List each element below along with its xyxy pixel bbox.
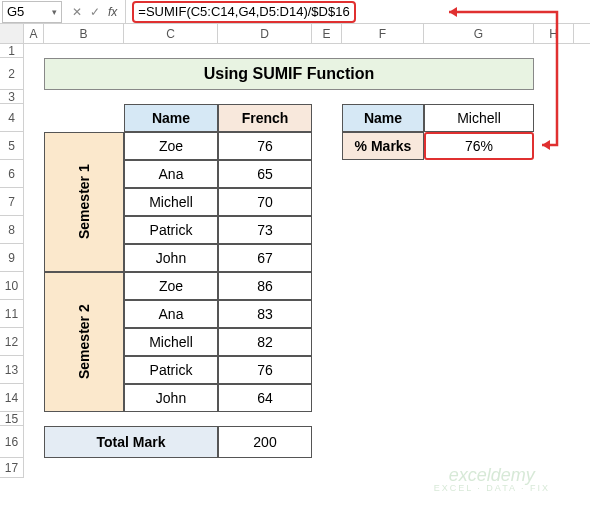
title-cell[interactable]: Using SUMIF Function [44,58,534,90]
cell-D7[interactable]: 70 [218,188,312,216]
column-headers: A B C D E F G H [0,24,590,44]
row-2[interactable]: 2 [0,58,24,90]
row-17[interactable]: 17 [0,458,24,478]
cell-D5[interactable]: 76 [218,132,312,160]
cell-D10[interactable]: 86 [218,272,312,300]
row-5[interactable]: 5 [0,132,24,160]
row-headers: 1 2 3 4 5 6 7 8 9 10 11 12 13 14 15 16 1… [0,44,24,478]
cells: Using SUMIF Function Name French Name Mi… [24,44,590,478]
name-box[interactable]: G5 ▾ [2,1,62,23]
row-12[interactable]: 12 [0,328,24,356]
col-H[interactable]: H [534,24,574,43]
svg-marker-0 [542,140,550,150]
row-14[interactable]: 14 [0,384,24,412]
row-15[interactable]: 15 [0,412,24,426]
cell-C14[interactable]: John [124,384,218,412]
header-marks[interactable]: % Marks [342,132,424,160]
cell-C5[interactable]: Zoe [124,132,218,160]
name-box-dropdown-icon[interactable]: ▾ [52,7,57,17]
cell-C7[interactable]: Michell [124,188,218,216]
enter-icon[interactable]: ✓ [90,5,100,19]
grid: 1 2 3 4 5 6 7 8 9 10 11 12 13 14 15 16 1… [0,44,590,478]
semester-1-label[interactable]: Semester 1 [44,132,124,272]
row-11[interactable]: 11 [0,300,24,328]
total-mark-label[interactable]: Total Mark [44,426,218,458]
semester-2-label[interactable]: Semester 2 [44,272,124,412]
total-mark-value[interactable]: 200 [218,426,312,458]
cell-D8[interactable]: 73 [218,216,312,244]
fx-icon[interactable]: fx [108,5,117,19]
cell-G4[interactable]: Michell [424,104,534,132]
cell-C6[interactable]: Ana [124,160,218,188]
formula-buttons: ✕ ✓ fx [64,0,126,23]
row-4[interactable]: 4 [0,104,24,132]
watermark-sub: EXCEL · DATA · FIX [434,484,550,493]
cancel-icon[interactable]: ✕ [72,5,82,19]
cell-C11[interactable]: Ana [124,300,218,328]
row-3[interactable]: 3 [0,90,24,104]
cell-D11[interactable]: 83 [218,300,312,328]
row-13[interactable]: 13 [0,356,24,384]
col-F[interactable]: F [342,24,424,43]
col-C[interactable]: C [124,24,218,43]
header-french[interactable]: French [218,104,312,132]
watermark-main: exceldemy [449,465,535,485]
row-6[interactable]: 6 [0,160,24,188]
header-name2[interactable]: Name [342,104,424,132]
name-box-value: G5 [7,4,52,19]
formula-input[interactable]: =SUMIF(C5:C14,G4,D5:D14)/$D$16 [126,1,590,23]
col-E[interactable]: E [312,24,342,43]
row-10[interactable]: 10 [0,272,24,300]
header-name[interactable]: Name [124,104,218,132]
row-9[interactable]: 9 [0,244,24,272]
formula-bar: G5 ▾ ✕ ✓ fx =SUMIF(C5:C14,G4,D5:D14)/$D$… [0,0,590,24]
col-A[interactable]: A [24,24,44,43]
cell-D14[interactable]: 64 [218,384,312,412]
row-1[interactable]: 1 [0,44,24,58]
formula-text: =SUMIF(C5:C14,G4,D5:D14)/$D$16 [132,1,355,23]
row-8[interactable]: 8 [0,216,24,244]
watermark: exceldemy EXCEL · DATA · FIX [434,466,550,493]
select-all-corner[interactable] [0,24,24,43]
cell-G5[interactable]: 76% [424,132,534,160]
col-G[interactable]: G [424,24,534,43]
col-B[interactable]: B [44,24,124,43]
cell-C8[interactable]: Patrick [124,216,218,244]
cell-C13[interactable]: Patrick [124,356,218,384]
cell-D12[interactable]: 82 [218,328,312,356]
cell-D9[interactable]: 67 [218,244,312,272]
row-7[interactable]: 7 [0,188,24,216]
cell-C10[interactable]: Zoe [124,272,218,300]
col-D[interactable]: D [218,24,312,43]
cell-C12[interactable]: Michell [124,328,218,356]
row-16[interactable]: 16 [0,426,24,458]
cell-D6[interactable]: 65 [218,160,312,188]
cell-C9[interactable]: John [124,244,218,272]
cell-D13[interactable]: 76 [218,356,312,384]
